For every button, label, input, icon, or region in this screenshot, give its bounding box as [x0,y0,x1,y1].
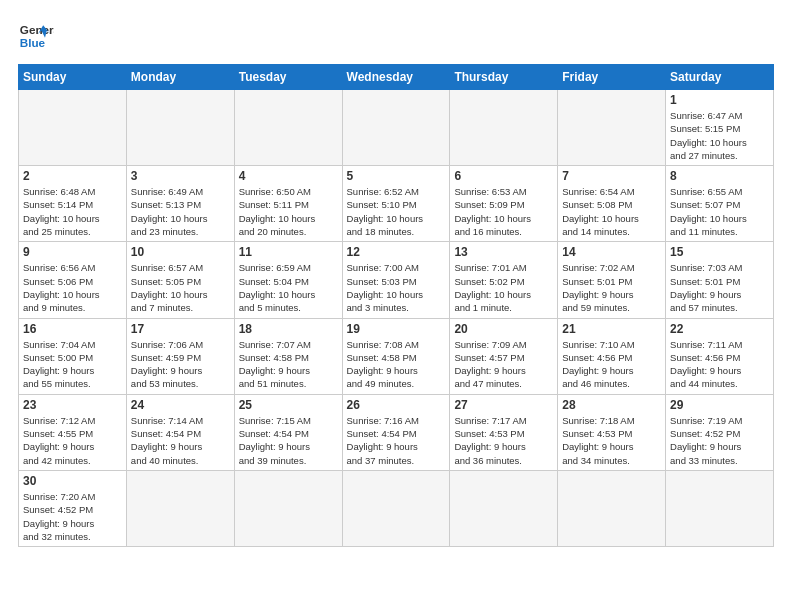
calendar-cell-w4d2: 25Sunrise: 7:15 AM Sunset: 4:54 PM Dayli… [234,394,342,470]
calendar-week-4: 23Sunrise: 7:12 AM Sunset: 4:55 PM Dayli… [19,394,774,470]
day-info: Sunrise: 6:55 AM Sunset: 5:07 PM Dayligh… [670,185,769,238]
weekday-wednesday: Wednesday [342,65,450,90]
day-info: Sunrise: 7:00 AM Sunset: 5:03 PM Dayligh… [347,261,446,314]
day-info: Sunrise: 6:56 AM Sunset: 5:06 PM Dayligh… [23,261,122,314]
calendar-cell-w2d4: 13Sunrise: 7:01 AM Sunset: 5:02 PM Dayli… [450,242,558,318]
calendar-cell-w2d0: 9Sunrise: 6:56 AM Sunset: 5:06 PM Daylig… [19,242,127,318]
calendar-cell-w4d4: 27Sunrise: 7:17 AM Sunset: 4:53 PM Dayli… [450,394,558,470]
calendar-cell-w5d5 [558,470,666,546]
calendar-week-3: 16Sunrise: 7:04 AM Sunset: 5:00 PM Dayli… [19,318,774,394]
calendar-cell-w2d6: 15Sunrise: 7:03 AM Sunset: 5:01 PM Dayli… [666,242,774,318]
calendar-cell-w5d3 [342,470,450,546]
calendar-cell-w1d3: 5Sunrise: 6:52 AM Sunset: 5:10 PM Daylig… [342,166,450,242]
calendar-cell-w3d1: 17Sunrise: 7:06 AM Sunset: 4:59 PM Dayli… [126,318,234,394]
logo: General Blue [18,18,54,54]
day-number: 19 [347,322,446,336]
weekday-saturday: Saturday [666,65,774,90]
day-info: Sunrise: 7:10 AM Sunset: 4:56 PM Dayligh… [562,338,661,391]
calendar-cell-w2d1: 10Sunrise: 6:57 AM Sunset: 5:05 PM Dayli… [126,242,234,318]
day-number: 21 [562,322,661,336]
calendar-cell-w0d3 [342,90,450,166]
calendar-cell-w3d2: 18Sunrise: 7:07 AM Sunset: 4:58 PM Dayli… [234,318,342,394]
day-info: Sunrise: 7:18 AM Sunset: 4:53 PM Dayligh… [562,414,661,467]
day-number: 4 [239,169,338,183]
day-number: 28 [562,398,661,412]
day-number: 17 [131,322,230,336]
weekday-tuesday: Tuesday [234,65,342,90]
weekday-sunday: Sunday [19,65,127,90]
day-number: 13 [454,245,553,259]
day-number: 20 [454,322,553,336]
calendar-cell-w1d4: 6Sunrise: 6:53 AM Sunset: 5:09 PM Daylig… [450,166,558,242]
calendar-cell-w3d0: 16Sunrise: 7:04 AM Sunset: 5:00 PM Dayli… [19,318,127,394]
day-number: 29 [670,398,769,412]
day-info: Sunrise: 7:16 AM Sunset: 4:54 PM Dayligh… [347,414,446,467]
day-number: 16 [23,322,122,336]
header: General Blue [18,18,774,54]
calendar-cell-w1d2: 4Sunrise: 6:50 AM Sunset: 5:11 PM Daylig… [234,166,342,242]
day-info: Sunrise: 6:57 AM Sunset: 5:05 PM Dayligh… [131,261,230,314]
day-number: 24 [131,398,230,412]
day-number: 30 [23,474,122,488]
day-info: Sunrise: 7:11 AM Sunset: 4:56 PM Dayligh… [670,338,769,391]
day-number: 5 [347,169,446,183]
calendar-cell-w4d5: 28Sunrise: 7:18 AM Sunset: 4:53 PM Dayli… [558,394,666,470]
day-number: 27 [454,398,553,412]
calendar-cell-w2d5: 14Sunrise: 7:02 AM Sunset: 5:01 PM Dayli… [558,242,666,318]
calendar-week-1: 2Sunrise: 6:48 AM Sunset: 5:14 PM Daylig… [19,166,774,242]
calendar-cell-w5d2 [234,470,342,546]
day-info: Sunrise: 7:01 AM Sunset: 5:02 PM Dayligh… [454,261,553,314]
day-number: 14 [562,245,661,259]
day-info: Sunrise: 7:07 AM Sunset: 4:58 PM Dayligh… [239,338,338,391]
calendar-cell-w1d6: 8Sunrise: 6:55 AM Sunset: 5:07 PM Daylig… [666,166,774,242]
day-number: 26 [347,398,446,412]
calendar-cell-w0d0 [19,90,127,166]
calendar-cell-w2d2: 11Sunrise: 6:59 AM Sunset: 5:04 PM Dayli… [234,242,342,318]
calendar-cell-w3d4: 20Sunrise: 7:09 AM Sunset: 4:57 PM Dayli… [450,318,558,394]
calendar-cell-w3d5: 21Sunrise: 7:10 AM Sunset: 4:56 PM Dayli… [558,318,666,394]
calendar-cell-w0d6: 1Sunrise: 6:47 AM Sunset: 5:15 PM Daylig… [666,90,774,166]
day-number: 23 [23,398,122,412]
calendar-week-0: 1Sunrise: 6:47 AM Sunset: 5:15 PM Daylig… [19,90,774,166]
calendar-cell-w5d1 [126,470,234,546]
weekday-thursday: Thursday [450,65,558,90]
calendar-cell-w2d3: 12Sunrise: 7:00 AM Sunset: 5:03 PM Dayli… [342,242,450,318]
day-info: Sunrise: 7:20 AM Sunset: 4:52 PM Dayligh… [23,490,122,543]
calendar-cell-w4d3: 26Sunrise: 7:16 AM Sunset: 4:54 PM Dayli… [342,394,450,470]
calendar-cell-w1d0: 2Sunrise: 6:48 AM Sunset: 5:14 PM Daylig… [19,166,127,242]
calendar-cell-w4d0: 23Sunrise: 7:12 AM Sunset: 4:55 PM Dayli… [19,394,127,470]
calendar-cell-w5d4 [450,470,558,546]
calendar-week-2: 9Sunrise: 6:56 AM Sunset: 5:06 PM Daylig… [19,242,774,318]
day-info: Sunrise: 7:15 AM Sunset: 4:54 PM Dayligh… [239,414,338,467]
day-number: 10 [131,245,230,259]
calendar-table: SundayMondayTuesdayWednesdayThursdayFrid… [18,64,774,547]
calendar-cell-w3d3: 19Sunrise: 7:08 AM Sunset: 4:58 PM Dayli… [342,318,450,394]
day-info: Sunrise: 7:02 AM Sunset: 5:01 PM Dayligh… [562,261,661,314]
calendar-cell-w5d0: 30Sunrise: 7:20 AM Sunset: 4:52 PM Dayli… [19,470,127,546]
weekday-monday: Monday [126,65,234,90]
page: General Blue SundayMondayTuesdayWednesda… [0,0,792,557]
calendar-cell-w3d6: 22Sunrise: 7:11 AM Sunset: 4:56 PM Dayli… [666,318,774,394]
day-info: Sunrise: 6:52 AM Sunset: 5:10 PM Dayligh… [347,185,446,238]
calendar-cell-w0d1 [126,90,234,166]
day-number: 1 [670,93,769,107]
day-info: Sunrise: 6:47 AM Sunset: 5:15 PM Dayligh… [670,109,769,162]
day-info: Sunrise: 7:12 AM Sunset: 4:55 PM Dayligh… [23,414,122,467]
day-info: Sunrise: 7:08 AM Sunset: 4:58 PM Dayligh… [347,338,446,391]
calendar-cell-w1d1: 3Sunrise: 6:49 AM Sunset: 5:13 PM Daylig… [126,166,234,242]
day-info: Sunrise: 6:48 AM Sunset: 5:14 PM Dayligh… [23,185,122,238]
calendar-cell-w1d5: 7Sunrise: 6:54 AM Sunset: 5:08 PM Daylig… [558,166,666,242]
day-number: 12 [347,245,446,259]
day-number: 25 [239,398,338,412]
calendar-cell-w0d2 [234,90,342,166]
day-info: Sunrise: 7:06 AM Sunset: 4:59 PM Dayligh… [131,338,230,391]
day-info: Sunrise: 6:49 AM Sunset: 5:13 PM Dayligh… [131,185,230,238]
calendar-cell-w5d6 [666,470,774,546]
day-info: Sunrise: 7:03 AM Sunset: 5:01 PM Dayligh… [670,261,769,314]
day-info: Sunrise: 7:14 AM Sunset: 4:54 PM Dayligh… [131,414,230,467]
day-number: 18 [239,322,338,336]
calendar-week-5: 30Sunrise: 7:20 AM Sunset: 4:52 PM Dayli… [19,470,774,546]
day-number: 3 [131,169,230,183]
day-info: Sunrise: 7:09 AM Sunset: 4:57 PM Dayligh… [454,338,553,391]
day-info: Sunrise: 6:54 AM Sunset: 5:08 PM Dayligh… [562,185,661,238]
